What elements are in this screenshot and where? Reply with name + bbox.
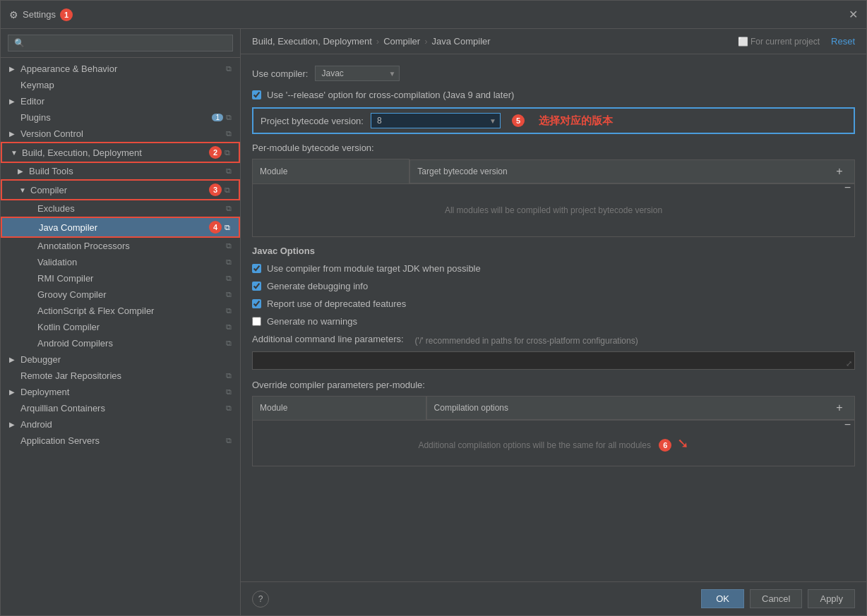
- help-button[interactable]: ?: [252, 591, 269, 608]
- sidebar-item-kotlin-compiler[interactable]: Kotlin Compiler ⧉: [1, 319, 240, 335]
- override-label: Override compiler parameters per-module:: [252, 380, 855, 390]
- remove-override-button[interactable]: −: [840, 417, 855, 433]
- expand-icon[interactable]: ⤢: [846, 359, 852, 368]
- sidebar-item-groovy-compiler[interactable]: Groovy Compiler ⧉: [1, 286, 240, 303]
- javac-opt1-checkbox[interactable]: [252, 264, 261, 273]
- override-empty-row: Additional compilation options will be t…: [253, 421, 855, 466]
- sidebar-item-rmi-compiler[interactable]: RMI Compiler ⧉: [1, 270, 240, 286]
- close-button[interactable]: ✕: [849, 8, 858, 21]
- title-bar: ⚙ Settings 1 ✕: [1, 1, 866, 29]
- add-module-button[interactable]: +: [832, 164, 847, 179]
- reset-button[interactable]: Reset: [831, 36, 855, 47]
- release-option-checkbox[interactable]: [252, 90, 261, 99]
- sidebar-item-label: Build, Execution, Deployment: [22, 147, 206, 158]
- sidebar-item-android-compilers[interactable]: Android Compilers ⧉: [1, 335, 240, 351]
- compiler-select[interactable]: Javac Eclipse Ajc: [315, 66, 400, 81]
- step5-badge: 5: [512, 114, 525, 127]
- sidebar-item-remote-jar[interactable]: Remote Jar Repositories ⧉: [1, 368, 240, 384]
- sidebar: ▶ Appearance & Behavior ⧉ Keymap ▶ Edito…: [1, 29, 241, 615]
- sidebar-item-label: Application Servers: [20, 435, 223, 446]
- use-compiler-row: Use compiler: Javac Eclipse Ajc ▼: [252, 66, 855, 81]
- bytecode-input-wrapper: ▼: [371, 113, 501, 128]
- sidebar-item-editor[interactable]: ▶ Editor: [1, 93, 240, 109]
- sidebar-item-java-compiler[interactable]: Java Compiler 4 ⧉: [1, 217, 240, 238]
- breadcrumb-part2: Compiler: [383, 36, 420, 47]
- sidebar-item-annotation-processors[interactable]: Annotation Processors ⧉: [1, 238, 240, 254]
- compiler-select-wrapper: Javac Eclipse Ajc ▼: [315, 66, 400, 81]
- sidebar-item-actionscript-compiler[interactable]: ActionScript & Flex Compiler ⧉: [1, 303, 240, 319]
- cmd-params-input[interactable]: [252, 351, 855, 370]
- step3-badge: 3: [209, 183, 222, 196]
- sidebar-item-validation[interactable]: Validation ⧉: [1, 254, 240, 270]
- sidebar-item-label: Validation: [37, 257, 223, 267]
- apply-button[interactable]: Apply: [808, 589, 855, 608]
- breadcrumb-sep2: ›: [424, 36, 427, 47]
- javac-opt4-checkbox[interactable]: [252, 317, 261, 326]
- sidebar-item-application-servers[interactable]: Application Servers ⧉: [1, 433, 240, 449]
- window-icon: ⚙: [9, 9, 18, 20]
- sidebar-item-deployment[interactable]: ▶ Deployment ⧉: [1, 384, 240, 400]
- remove-module-button[interactable]: −: [840, 180, 855, 195]
- empty-modules-row: All modules will be compiled with projec…: [253, 183, 855, 236]
- bytecode-input[interactable]: [371, 113, 501, 128]
- sidebar-item-build-tools[interactable]: ▶ Build Tools ⧉: [1, 163, 240, 179]
- search-input[interactable]: [8, 35, 233, 52]
- cmd-params-section: Additional command line parameters: ('/'…: [252, 334, 855, 371]
- step4-badge: 4: [209, 221, 222, 234]
- sidebar-item-label: Annotation Processors: [37, 241, 223, 251]
- arrow-icon: ▶: [9, 97, 19, 105]
- sidebar-item-build-execution[interactable]: ▼ Build, Execution, Deployment 2 ⧉: [1, 142, 240, 163]
- sidebar-item-label: Android Compilers: [37, 338, 223, 349]
- override-empty-msg: Additional compilation options will be t…: [253, 421, 855, 466]
- javac-opt3-checkbox[interactable]: [252, 299, 261, 308]
- sidebar-item-version-control[interactable]: ▶ Version Control ⧉: [1, 126, 240, 142]
- sidebar-item-label: Plugins: [20, 112, 209, 123]
- sidebar-item-keymap[interactable]: Keymap: [1, 77, 240, 93]
- override-opts-col: Compilation options +: [426, 396, 855, 420]
- copy-icon: ⧉: [226, 64, 232, 73]
- ok-button[interactable]: OK: [701, 589, 744, 608]
- sidebar-item-label: RMI Compiler: [37, 273, 223, 284]
- arrow-icon: ▶: [9, 421, 19, 428]
- sidebar-item-excludes[interactable]: Excludes ⧉: [1, 200, 240, 217]
- copy-icon: ⧉: [225, 223, 230, 232]
- copy-icon: ⧉: [226, 113, 232, 122]
- per-module-label: Per-module bytecode version:: [252, 143, 855, 153]
- sidebar-item-arquillian[interactable]: Arquillian Containers ⧉: [1, 400, 240, 416]
- javac-opt1-row: Use compiler from module target JDK when…: [252, 263, 855, 274]
- step1-badge: 1: [60, 8, 73, 21]
- sidebar-item-label: Deployment: [20, 387, 223, 397]
- sidebar-item-label: Keymap: [20, 80, 232, 90]
- sidebar-item-debugger[interactable]: ▶ Debugger: [1, 351, 240, 368]
- sidebar-item-appearance[interactable]: ▶ Appearance & Behavior ⧉: [1, 61, 240, 77]
- copy-icon: ⧉: [226, 258, 232, 267]
- cancel-button[interactable]: Cancel: [750, 589, 802, 608]
- copy-icon: ⧉: [226, 387, 232, 397]
- copy-icon: ⧉: [226, 371, 232, 380]
- main-panel: Build, Execution, Deployment › Compiler …: [241, 29, 866, 615]
- javac-opt2-row: Generate debugging info: [252, 281, 855, 291]
- sidebar-item-label: Kotlin Compiler: [37, 322, 223, 332]
- sidebar-item-android[interactable]: ▶ Android: [1, 416, 240, 433]
- javac-opt2-checkbox[interactable]: [252, 282, 261, 291]
- copy-icon: ⧉: [225, 186, 230, 195]
- module-col-header: Module: [253, 159, 409, 184]
- javac-opt1-label: Use compiler from module target JDK when…: [267, 263, 481, 274]
- sidebar-item-label: Appearance & Behavior: [20, 64, 223, 74]
- javac-title: Javac Options: [252, 246, 855, 256]
- red-arrow-icon: ➘: [677, 435, 689, 451]
- override-table-container: Module Compilation options +: [252, 396, 855, 467]
- sidebar-item-plugins[interactable]: Plugins 1 ⧉: [1, 109, 240, 126]
- breadcrumb-part1: Build, Execution, Deployment: [252, 36, 372, 47]
- use-compiler-label: Use compiler:: [252, 68, 308, 79]
- override-section: Override compiler parameters per-module:…: [252, 380, 855, 467]
- add-override-button[interactable]: +: [832, 400, 847, 416]
- sidebar-item-label: Debugger: [20, 354, 232, 365]
- release-option-label: Use '--release' option for cross-compila…: [267, 90, 514, 100]
- sidebar-item-compiler[interactable]: ▼ Compiler 3 ⧉: [1, 179, 240, 200]
- javac-section: Javac Options Use compiler from module t…: [252, 246, 855, 327]
- copy-icon: ⧉: [226, 339, 232, 348]
- sidebar-item-label: ActionScript & Flex Compiler: [37, 306, 223, 316]
- bytecode-label: Project bytecode version:: [261, 116, 364, 126]
- javac-opt4-label: Generate no warnings: [267, 316, 357, 327]
